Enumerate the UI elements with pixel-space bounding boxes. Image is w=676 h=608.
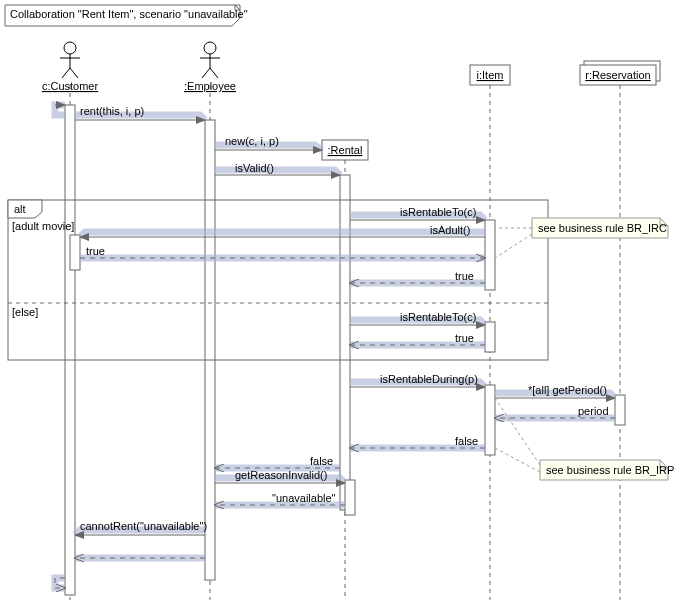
svg-line-46 [495, 398, 540, 465]
activation-reservation [615, 395, 625, 425]
svg-text:*[all] getPeriod(): *[all] getPeriod() [528, 384, 607, 396]
participant-rental: :Rental [322, 140, 368, 160]
activation-rental-2 [345, 480, 355, 515]
svg-point-7 [204, 42, 216, 54]
activation-item-2 [485, 322, 495, 352]
svg-text:c:Customer: c:Customer [42, 80, 99, 92]
svg-text:see business rule BR_IRC: see business rule BR_IRC [538, 222, 667, 234]
svg-text:isRentableTo(c): isRentableTo(c) [400, 311, 476, 323]
participant-item: i:Item [470, 65, 510, 85]
svg-text:isRentableTo(c): isRentableTo(c) [400, 206, 476, 218]
actor-customer: c:Customer [42, 42, 99, 92]
actor-employee: :Employee [184, 42, 236, 92]
diagram-title-frame: Collaboration "Rent Item", scenario "una… [5, 5, 248, 26]
activation-rental-1 [340, 175, 350, 510]
participant-reservation: r:Reservation [580, 61, 660, 85]
svg-text:see business rule BR_IRP: see business rule BR_IRP [546, 464, 674, 476]
svg-text::Rental: :Rental [328, 144, 363, 156]
svg-text:i:Item: i:Item [477, 69, 504, 81]
svg-text:true: true [455, 270, 474, 282]
svg-line-47 [495, 448, 540, 472]
sequence-diagram: Collaboration "Rent Item", scenario "una… [0, 0, 676, 608]
diagram-title: Collaboration "Rent Item", scenario "una… [10, 8, 248, 20]
activation-customer [65, 105, 75, 595]
svg-text:true: true [86, 245, 105, 257]
svg-line-4 [62, 68, 70, 78]
svg-text:true: true [455, 332, 474, 344]
svg-text:rent(this, i, p): rent(this, i, p) [80, 105, 144, 117]
guard-else: [else] [12, 306, 38, 318]
svg-text:alt: alt [14, 203, 26, 215]
svg-text:isValid(): isValid() [235, 162, 274, 174]
activation-item-1 [485, 220, 495, 290]
svg-text:isAdult(): isAdult() [430, 224, 470, 236]
svg-text:cannotRent("unavailable"): cannotRent("unavailable") [80, 520, 207, 532]
note-br-irc: see business rule BR_IRC [495, 218, 668, 258]
svg-line-44 [495, 234, 532, 258]
svg-text:"unavailable": "unavailable" [272, 492, 336, 504]
svg-text:getReasonInvalid(): getReasonInvalid() [235, 469, 327, 481]
svg-line-5 [70, 68, 78, 78]
svg-text:period: period [578, 405, 609, 417]
svg-text:false: false [455, 435, 478, 447]
svg-text::Employee: :Employee [184, 80, 236, 92]
activation-item-3 [485, 385, 495, 455]
svg-text:isRentableDuring(p): isRentableDuring(p) [380, 373, 478, 385]
svg-text:false: false [310, 455, 333, 467]
svg-point-1 [64, 42, 76, 54]
svg-line-11 [210, 68, 218, 78]
guard-adult-movie: [adult movie] [12, 220, 74, 232]
activation-customer-nested [70, 235, 80, 270]
svg-text:r:Reservation: r:Reservation [585, 69, 650, 81]
svg-text:new(c, i, p): new(c, i, p) [225, 135, 279, 147]
activation-employee [205, 120, 215, 580]
svg-line-10 [202, 68, 210, 78]
